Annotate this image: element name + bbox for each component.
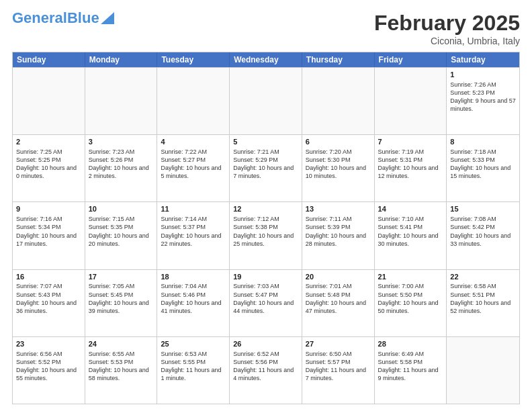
day-4: 4 Sunrise: 7:22 AM Sunset: 5:27 PM Dayli…	[157, 135, 230, 201]
day-18: 18 Sunrise: 7:04 AM Sunset: 5:46 PM Dayl…	[157, 270, 230, 336]
day-28: 28 Sunrise: 6:49 AM Sunset: 5:58 PM Dayl…	[375, 337, 447, 404]
header-thursday: Thursday	[302, 52, 375, 67]
logo: GeneralBlue	[12, 11, 114, 26]
day-21: 21 Sunrise: 7:00 AM Sunset: 5:50 PM Dayl…	[375, 270, 447, 336]
empty-cell	[375, 68, 447, 134]
day-2: 2 Sunrise: 7:25 AM Sunset: 5:25 PM Dayli…	[13, 135, 85, 201]
day-13: 13 Sunrise: 7:11 AM Sunset: 5:39 PM Dayl…	[302, 202, 375, 269]
week-row-1: 1 Sunrise: 7:26 AM Sunset: 5:23 PM Dayli…	[13, 67, 519, 134]
day-15: 15 Sunrise: 7:08 AM Sunset: 5:42 PM Dayl…	[447, 202, 519, 269]
day-8: 8 Sunrise: 7:18 AM Sunset: 5:33 PM Dayli…	[447, 135, 519, 201]
empty-cell	[13, 68, 85, 134]
header-friday: Friday	[375, 52, 447, 67]
logo-blue: Blue	[67, 9, 99, 26]
week-row-4: 16 Sunrise: 7:07 AM Sunset: 5:43 PM Dayl…	[13, 269, 519, 336]
day-9: 9 Sunrise: 7:16 AM Sunset: 5:34 PM Dayli…	[13, 202, 85, 269]
page: GeneralBlue February 2025 Ciconia, Umbri…	[0, 0, 532, 411]
day-6: 6 Sunrise: 7:20 AM Sunset: 5:30 PM Dayli…	[302, 135, 375, 201]
logo-general: General	[12, 9, 67, 26]
week-row-5: 23 Sunrise: 6:56 AM Sunset: 5:52 PM Dayl…	[13, 336, 519, 404]
day-11: 11 Sunrise: 7:14 AM Sunset: 5:37 PM Dayl…	[157, 202, 230, 269]
empty-cell-end	[447, 337, 519, 404]
week-row-3: 9 Sunrise: 7:16 AM Sunset: 5:34 PM Dayli…	[13, 201, 519, 269]
header-tuesday: Tuesday	[157, 52, 230, 67]
empty-cell	[85, 68, 158, 134]
header-monday: Monday	[85, 52, 158, 67]
header: GeneralBlue February 2025 Ciconia, Umbri…	[12, 11, 520, 46]
day-17: 17 Sunrise: 7:05 AM Sunset: 5:45 PM Dayl…	[85, 270, 158, 336]
empty-cell	[157, 68, 230, 134]
empty-cell	[230, 68, 302, 134]
day-24: 24 Sunrise: 6:55 AM Sunset: 5:53 PM Dayl…	[85, 337, 158, 404]
svg-marker-0	[101, 12, 114, 24]
calendar: Sunday Monday Tuesday Wednesday Thursday…	[12, 52, 520, 404]
day-1: 1 Sunrise: 7:26 AM Sunset: 5:23 PM Dayli…	[447, 68, 519, 134]
day-16: 16 Sunrise: 7:07 AM Sunset: 5:43 PM Dayl…	[13, 270, 85, 336]
day-3: 3 Sunrise: 7:23 AM Sunset: 5:26 PM Dayli…	[85, 135, 158, 201]
month-title: February 2025	[374, 11, 520, 36]
calendar-body: 1 Sunrise: 7:26 AM Sunset: 5:23 PM Dayli…	[13, 67, 519, 404]
header-saturday: Saturday	[447, 52, 519, 67]
week-row-2: 2 Sunrise: 7:25 AM Sunset: 5:25 PM Dayli…	[13, 134, 519, 201]
day-23: 23 Sunrise: 6:56 AM Sunset: 5:52 PM Dayl…	[13, 337, 85, 404]
day-7: 7 Sunrise: 7:19 AM Sunset: 5:31 PM Dayli…	[375, 135, 447, 201]
day-20: 20 Sunrise: 7:01 AM Sunset: 5:48 PM Dayl…	[302, 270, 375, 336]
location: Ciconia, Umbria, Italy	[374, 36, 520, 46]
logo-text: GeneralBlue	[12, 11, 99, 26]
day-12: 12 Sunrise: 7:12 AM Sunset: 5:38 PM Dayl…	[230, 202, 302, 269]
day-19: 19 Sunrise: 7:03 AM Sunset: 5:47 PM Dayl…	[230, 270, 302, 336]
day-25: 25 Sunrise: 6:53 AM Sunset: 5:55 PM Dayl…	[157, 337, 230, 404]
header-sunday: Sunday	[13, 52, 85, 67]
day-14: 14 Sunrise: 7:10 AM Sunset: 5:41 PM Dayl…	[375, 202, 447, 269]
calendar-header: Sunday Monday Tuesday Wednesday Thursday…	[13, 52, 519, 67]
empty-cell	[302, 68, 375, 134]
day-22: 22 Sunrise: 6:58 AM Sunset: 5:51 PM Dayl…	[447, 270, 519, 336]
logo-icon	[101, 12, 114, 24]
day-26: 26 Sunrise: 6:52 AM Sunset: 5:56 PM Dayl…	[230, 337, 302, 404]
day-5: 5 Sunrise: 7:21 AM Sunset: 5:29 PM Dayli…	[230, 135, 302, 201]
header-wednesday: Wednesday	[230, 52, 302, 67]
day-10: 10 Sunrise: 7:15 AM Sunset: 5:35 PM Dayl…	[85, 202, 158, 269]
title-block: February 2025 Ciconia, Umbria, Italy	[374, 11, 520, 46]
day-27: 27 Sunrise: 6:50 AM Sunset: 5:57 PM Dayl…	[302, 337, 375, 404]
